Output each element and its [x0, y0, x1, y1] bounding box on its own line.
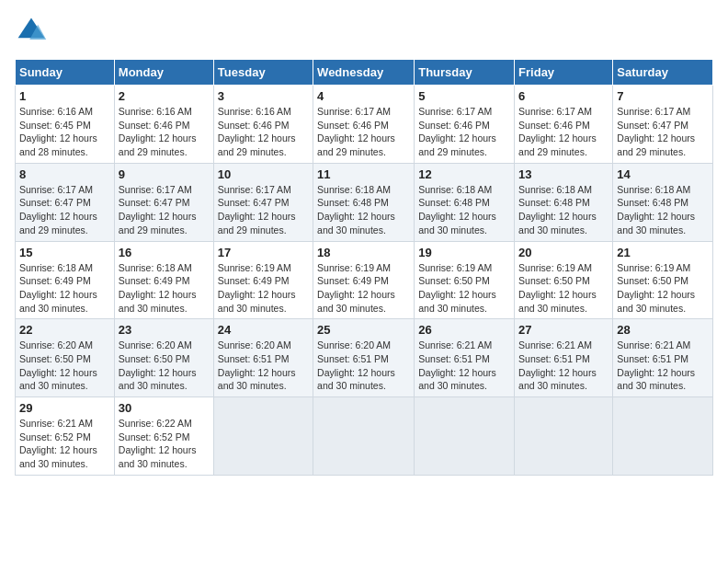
- day-number: 3: [218, 89, 309, 103]
- calendar-week-row: 1 Sunrise: 6:16 AM Sunset: 6:45 PM Dayli…: [16, 86, 713, 164]
- sunset-label: Sunset: 6:50 PM: [418, 275, 490, 286]
- daylight-minutes: and 30 minutes.: [218, 303, 287, 314]
- sunset-label: Sunset: 6:51 PM: [518, 353, 590, 364]
- calendar-cell: [213, 397, 313, 476]
- day-number: 23: [119, 323, 210, 337]
- day-info: Sunrise: 6:21 AM Sunset: 6:51 PM Dayligh…: [418, 339, 510, 393]
- day-info: Sunrise: 6:16 AM Sunset: 6:46 PM Dayligh…: [119, 105, 210, 159]
- calendar-cell: 14 Sunrise: 6:18 AM Sunset: 6:48 PM Dayl…: [613, 163, 713, 241]
- daylight-minutes: and 29 minutes.: [119, 146, 188, 157]
- sunrise-label: Sunrise: 6:21 AM: [518, 339, 592, 350]
- daylight-minutes: and 30 minutes.: [119, 458, 188, 469]
- day-info: Sunrise: 6:17 AM Sunset: 6:47 PM Dayligh…: [218, 183, 309, 237]
- daylight-minutes: and 30 minutes.: [617, 303, 686, 314]
- daylight-label: Daylight: 12 hours: [617, 289, 695, 300]
- sunrise-label: Sunrise: 6:18 AM: [617, 184, 690, 195]
- calendar-cell: 17 Sunrise: 6:19 AM Sunset: 6:49 PM Dayl…: [213, 241, 313, 319]
- calendar-cell: [415, 397, 515, 476]
- daylight-minutes: and 30 minutes.: [218, 380, 287, 391]
- sunset-label: Sunset: 6:52 PM: [119, 431, 190, 442]
- calendar-cell: 10 Sunrise: 6:17 AM Sunset: 6:47 PM Dayl…: [213, 163, 313, 241]
- day-number: 11: [317, 167, 410, 181]
- daylight-label: Daylight: 12 hours: [119, 132, 197, 144]
- daylight-minutes: and 30 minutes.: [19, 303, 88, 314]
- weekday-header: Wednesday: [313, 60, 415, 86]
- sunset-label: Sunset: 6:47 PM: [19, 197, 91, 208]
- calendar-cell: 28 Sunrise: 6:21 AM Sunset: 6:51 PM Dayl…: [613, 319, 713, 397]
- sunrise-label: Sunrise: 6:17 AM: [119, 184, 192, 195]
- daylight-minutes: and 30 minutes.: [518, 303, 587, 314]
- calendar-cell: 7 Sunrise: 6:17 AM Sunset: 6:47 PM Dayli…: [613, 86, 713, 164]
- sunset-label: Sunset: 6:50 PM: [19, 353, 91, 364]
- daylight-minutes: and 30 minutes.: [418, 303, 487, 314]
- sunrise-label: Sunrise: 6:20 AM: [119, 339, 192, 350]
- day-number: 14: [617, 167, 709, 181]
- calendar-cell: 13 Sunrise: 6:18 AM Sunset: 6:48 PM Dayl…: [515, 163, 613, 241]
- day-info: Sunrise: 6:18 AM Sunset: 6:48 PM Dayligh…: [518, 183, 609, 237]
- day-number: 5: [418, 89, 510, 103]
- day-info: Sunrise: 6:19 AM Sunset: 6:49 PM Dayligh…: [218, 261, 309, 316]
- daylight-label: Daylight: 12 hours: [218, 132, 296, 144]
- sunrise-label: Sunrise: 6:16 AM: [19, 106, 93, 117]
- daylight-label: Daylight: 12 hours: [317, 367, 395, 378]
- sunset-label: Sunset: 6:47 PM: [119, 197, 190, 208]
- sunset-label: Sunset: 6:49 PM: [19, 275, 91, 286]
- sunrise-label: Sunrise: 6:20 AM: [218, 339, 291, 350]
- sunrise-label: Sunrise: 6:16 AM: [119, 106, 192, 117]
- sunset-label: Sunset: 6:45 PM: [19, 120, 91, 131]
- calendar-cell: 22 Sunrise: 6:20 AM Sunset: 6:50 PM Dayl…: [16, 319, 115, 397]
- daylight-label: Daylight: 12 hours: [617, 211, 695, 222]
- sunrise-label: Sunrise: 6:17 AM: [317, 106, 391, 117]
- daylight-label: Daylight: 12 hours: [218, 367, 296, 378]
- weekday-header: Thursday: [415, 60, 515, 86]
- sunset-label: Sunset: 6:50 PM: [518, 275, 590, 286]
- daylight-label: Daylight: 12 hours: [317, 211, 395, 222]
- sunset-label: Sunset: 6:51 PM: [617, 353, 688, 364]
- daylight-minutes: and 30 minutes.: [518, 224, 587, 236]
- daylight-minutes: and 30 minutes.: [317, 224, 386, 236]
- day-info: Sunrise: 6:18 AM Sunset: 6:49 PM Dayligh…: [119, 261, 210, 316]
- day-number: 12: [418, 167, 510, 181]
- day-info: Sunrise: 6:16 AM Sunset: 6:46 PM Dayligh…: [218, 105, 309, 159]
- sunset-label: Sunset: 6:49 PM: [317, 275, 389, 286]
- day-number: 22: [19, 323, 110, 337]
- daylight-minutes: and 30 minutes.: [19, 458, 88, 469]
- weekday-header: Friday: [515, 60, 613, 86]
- daylight-minutes: and 29 minutes.: [19, 224, 88, 236]
- calendar-cell: 8 Sunrise: 6:17 AM Sunset: 6:47 PM Dayli…: [16, 163, 115, 241]
- daylight-minutes: and 30 minutes.: [617, 224, 686, 236]
- sunrise-label: Sunrise: 6:17 AM: [518, 106, 592, 117]
- calendar-cell: 15 Sunrise: 6:18 AM Sunset: 6:49 PM Dayl…: [16, 241, 115, 319]
- day-number: 6: [518, 89, 609, 103]
- daylight-label: Daylight: 12 hours: [19, 444, 97, 455]
- daylight-minutes: and 29 minutes.: [218, 146, 287, 157]
- calendar-cell: 16 Sunrise: 6:18 AM Sunset: 6:49 PM Dayl…: [114, 241, 213, 319]
- daylight-label: Daylight: 12 hours: [119, 211, 197, 222]
- sunrise-label: Sunrise: 6:19 AM: [317, 262, 391, 273]
- day-info: Sunrise: 6:21 AM Sunset: 6:52 PM Dayligh…: [19, 417, 110, 471]
- daylight-minutes: and 30 minutes.: [119, 380, 188, 391]
- daylight-minutes: and 30 minutes.: [317, 303, 386, 314]
- calendar-cell: 20 Sunrise: 6:19 AM Sunset: 6:50 PM Dayl…: [515, 241, 613, 319]
- sunset-label: Sunset: 6:46 PM: [418, 120, 490, 131]
- daylight-minutes: and 30 minutes.: [617, 380, 686, 391]
- sunrise-label: Sunrise: 6:16 AM: [218, 106, 291, 117]
- daylight-label: Daylight: 12 hours: [19, 367, 97, 378]
- daylight-minutes: and 28 minutes.: [19, 146, 88, 157]
- sunrise-label: Sunrise: 6:19 AM: [218, 262, 291, 273]
- daylight-label: Daylight: 12 hours: [317, 289, 395, 300]
- day-number: 13: [518, 167, 609, 181]
- sunset-label: Sunset: 6:48 PM: [317, 197, 389, 208]
- daylight-label: Daylight: 12 hours: [617, 367, 695, 378]
- sunset-label: Sunset: 6:51 PM: [418, 353, 490, 364]
- calendar-cell: [613, 397, 713, 476]
- sunrise-label: Sunrise: 6:18 AM: [19, 262, 93, 273]
- daylight-label: Daylight: 12 hours: [119, 289, 197, 300]
- daylight-label: Daylight: 12 hours: [518, 132, 597, 144]
- sunrise-label: Sunrise: 6:18 AM: [119, 262, 192, 273]
- daylight-label: Daylight: 12 hours: [119, 444, 197, 455]
- day-number: 28: [617, 323, 709, 337]
- daylight-minutes: and 30 minutes.: [19, 380, 88, 391]
- sunset-label: Sunset: 6:51 PM: [218, 353, 290, 364]
- day-number: 24: [218, 323, 309, 337]
